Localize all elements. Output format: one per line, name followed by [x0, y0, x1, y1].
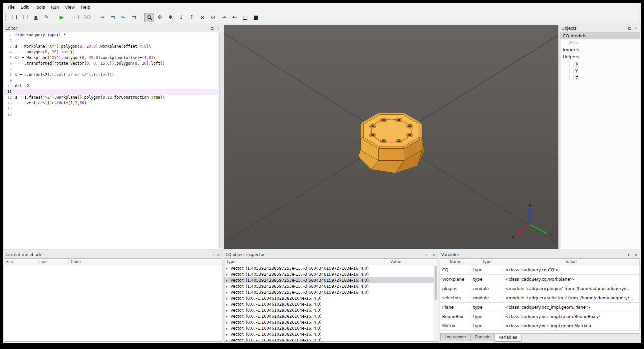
expand-arrow-icon[interactable]: ▸ — [226, 302, 230, 308]
step-next-icon[interactable]: ⇥ — [97, 13, 107, 22]
inspector-row[interactable]: ▸Vector: (1.4053924288597253e-15, -3.680… — [224, 265, 434, 271]
checkbox-z[interactable] — [569, 76, 573, 80]
variable-row[interactable]: Matrixtype<class 'cadquery.occ_impl.geom… — [440, 321, 640, 331]
inspector-row[interactable]: ▸Vector: (0.0, -1.1604610293826104e-16, … — [224, 331, 434, 337]
arrow-up-icon[interactable]: ↑ — [187, 13, 197, 22]
float-button[interactable] — [627, 252, 632, 257]
inspector-scrollbar[interactable] — [434, 265, 438, 341]
inspector-row[interactable]: ▸Vector: (1.4053924288597253e-15, -3.680… — [224, 277, 434, 283]
checkbox-x[interactable] — [569, 62, 573, 66]
inspector-row[interactable]: ▸Vector: (0.0, -1.1604610293826104e-16, … — [224, 313, 434, 319]
column-header-code[interactable]: Code — [69, 259, 222, 265]
variable-row[interactable]: BoundBoxtype<class 'cadquery.occ_impl.ge… — [440, 312, 640, 321]
scrollbar-handle[interactable] — [219, 33, 221, 248]
fit-view-icon[interactable]: ✥ — [155, 13, 165, 22]
save-icon[interactable]: ▣ — [31, 13, 41, 22]
circle-dot-icon[interactable]: ⊙ — [208, 13, 218, 22]
delete-icon[interactable]: ⌦ — [82, 13, 92, 22]
tab-log-viewer[interactable]: Log viewer — [440, 334, 471, 341]
column-header-type[interactable]: Type — [471, 259, 503, 265]
checkbox-s[interactable] — [569, 41, 573, 45]
continue-icon[interactable]: ⇉ — [129, 13, 139, 22]
step-out-icon[interactable]: ⇤ — [119, 13, 129, 22]
column-header-type[interactable]: Type — [224, 259, 388, 265]
arrow-down-icon[interactable]: ↓ — [176, 13, 186, 22]
tree-item-z[interactable]: Z — [560, 74, 640, 81]
column-header-file[interactable]: File — [4, 259, 36, 265]
menu-help[interactable]: Help — [78, 3, 94, 11]
menu-file[interactable]: File — [5, 3, 18, 11]
square-outline-icon[interactable]: □ — [240, 13, 250, 22]
scrollbar-handle[interactable] — [435, 266, 437, 300]
tree-item-imports[interactable]: Imports — [560, 46, 640, 53]
magnifier-icon[interactable] — [144, 13, 154, 22]
inspector-row[interactable]: ▸Vector: (0.0, -1.1604610293826104e-16, … — [224, 301, 434, 307]
inspector-row[interactable]: ▸Vector: (0.0, -1.1604610293826104e-16, … — [224, 295, 434, 301]
expand-arrow-icon[interactable]: ▸ — [226, 314, 230, 320]
column-header-value[interactable]: Value — [503, 259, 640, 265]
debug-icon[interactable]: ❒ — [72, 13, 82, 22]
inspector-row[interactable]: ▸Vector: (0.0, -1.1604610293826104e-16, … — [224, 307, 434, 313]
save-as-icon[interactable]: ✎ — [42, 13, 52, 22]
expand-arrow-icon[interactable]: ▸ — [226, 296, 230, 302]
menu-view[interactable]: View — [62, 3, 78, 11]
square-filled-icon[interactable]: ■ — [251, 13, 261, 22]
viewport-3d[interactable]: Z X Y — [224, 25, 558, 249]
new-file-icon[interactable]: ❏ — [10, 13, 20, 22]
circle-cross-icon[interactable]: ⊗ — [197, 13, 207, 22]
expand-arrow-icon[interactable]: ▸ — [226, 308, 230, 314]
expand-arrow-icon[interactable]: ▸ — [226, 338, 230, 341]
iso-view-icon[interactable]: ❖ — [165, 13, 175, 22]
toolbar-handle[interactable] — [5, 14, 7, 21]
tab-variables[interactable]: Variables — [494, 334, 521, 342]
variable-row[interactable]: pluginsmodule<module 'cadquery.plugins' … — [440, 284, 640, 293]
expand-arrow-icon[interactable]: ▸ — [226, 320, 230, 326]
expand-arrow-icon[interactable]: ▸ — [226, 290, 230, 296]
inspector-row[interactable]: ▸Vector: (0.0, -1.1604610293826104e-16, … — [224, 325, 434, 331]
menu-tools[interactable]: Tools — [32, 3, 48, 11]
inspector-row[interactable]: ▸Vector: (0.0, -1.1604610293826104e-16, … — [224, 319, 434, 325]
expand-arrow-icon[interactable]: ▸ — [226, 332, 230, 338]
step-in-icon[interactable]: ⇆ — [108, 13, 118, 22]
render-icon[interactable]: ▶ — [57, 13, 67, 22]
expand-arrow-icon[interactable]: ▸ — [226, 326, 230, 332]
menu-run[interactable]: Run — [48, 3, 62, 11]
inspector-row[interactable]: ▸Vector: (1.4053924288597253e-15, -3.680… — [224, 289, 434, 295]
tree-item-cq-models[interactable]: CQ models — [560, 32, 640, 39]
close-icon[interactable]: ✕ — [432, 252, 437, 257]
float-button[interactable] — [425, 252, 431, 257]
column-header-name[interactable]: Name — [440, 259, 471, 265]
close-icon[interactable]: ✕ — [216, 252, 221, 257]
tree-item-s[interactable]: s — [560, 39, 640, 46]
float-button[interactable] — [209, 252, 215, 257]
float-button[interactable] — [209, 26, 215, 31]
column-header-line[interactable]: Line — [36, 259, 69, 265]
editor-code-area[interactable]: 1from cadquery import *23s = Workplane("… — [4, 32, 222, 249]
arrow-left-icon[interactable]: ← — [229, 13, 239, 22]
column-header-value[interactable]: Value — [388, 259, 438, 265]
checkbox-y[interactable] — [569, 69, 573, 73]
open-file-icon[interactable]: ❐ — [20, 13, 30, 22]
tab-console[interactable]: Console — [470, 334, 495, 341]
expand-arrow-icon[interactable]: ▸ — [226, 284, 230, 290]
variable-row[interactable]: selectorsmodule<module 'cadquery.selecto… — [440, 293, 640, 303]
close-icon[interactable]: ✕ — [633, 252, 639, 257]
expand-arrow-icon[interactable]: ▸ — [226, 266, 230, 272]
tree-item-y[interactable]: Y — [560, 67, 640, 74]
editor-scrollbar[interactable] — [218, 32, 222, 249]
arrow-right-icon[interactable]: → — [219, 13, 229, 22]
tree-item-x[interactable]: X — [560, 60, 640, 67]
inspector-row[interactable]: ▸Vector: (0.0, -1.1604610293826104e-16, … — [224, 337, 434, 341]
inspector-row[interactable]: ▸Vector: (1.4053924288597253e-15, -3.680… — [224, 271, 434, 277]
variable-row[interactable]: CQtype<class 'cadquery.cq.CQ'> — [440, 265, 640, 275]
close-icon[interactable]: ✕ — [633, 26, 639, 31]
close-icon[interactable]: ✕ — [216, 26, 221, 31]
expand-arrow-icon[interactable]: ▸ — [226, 272, 230, 278]
variable-row[interactable]: Workplanetype<class 'cadquery.cq.Workpla… — [440, 275, 640, 284]
float-button[interactable] — [627, 26, 632, 31]
variable-row[interactable]: Planetype<class 'cadquery.occ_impl.geom.… — [440, 303, 640, 312]
inspector-row[interactable]: ▸Vector: (1.4053924288597253e-15, -3.680… — [224, 283, 434, 289]
tree-item-helpers[interactable]: Helpers — [560, 53, 640, 60]
expand-arrow-icon[interactable]: ▸ — [226, 278, 230, 284]
menu-edit[interactable]: Edit — [18, 3, 32, 11]
